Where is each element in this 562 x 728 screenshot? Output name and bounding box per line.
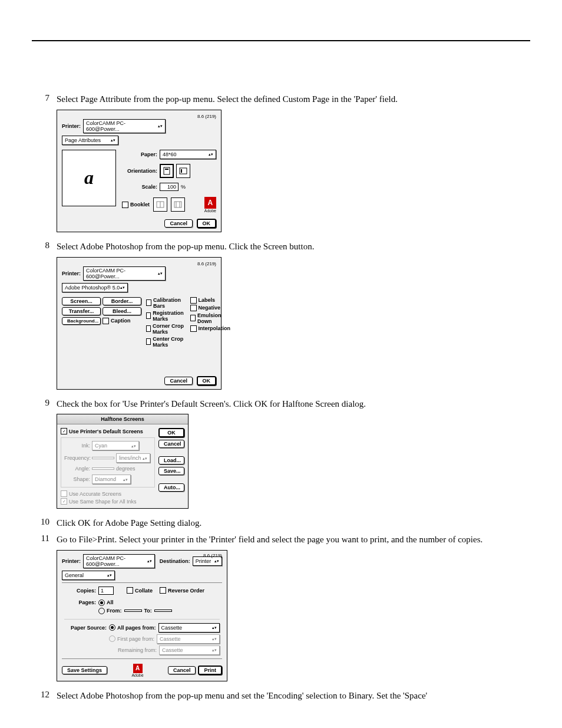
angle-label: Angle: bbox=[64, 466, 90, 472]
all-pages-from-radio[interactable]: All pages from: bbox=[109, 624, 156, 631]
save-settings-button[interactable]: Save Settings bbox=[62, 666, 107, 674]
all-pages-tray-select[interactable]: Cassette ▴▾ bbox=[158, 623, 220, 633]
booklet-layout-icon-2[interactable] bbox=[171, 197, 185, 212]
center-crop-marks-checkbox[interactable]: Center Crop Marks bbox=[146, 336, 186, 348]
shape-label: Shape: bbox=[64, 476, 90, 482]
page-top-rule bbox=[32, 40, 530, 41]
use-default-screens-checkbox[interactable]: ✓ Use Printer's Default Screens bbox=[61, 428, 143, 434]
border-button[interactable]: Border... bbox=[103, 297, 141, 305]
copies-input[interactable]: 1 bbox=[98, 587, 114, 595]
step-text: Select Adobe Photoshop from the pop-up m… bbox=[57, 690, 530, 703]
printer-select[interactable]: ColorCAMM PC-600@Power... ▴▾ bbox=[83, 119, 166, 133]
screen-button[interactable]: Screen... bbox=[62, 297, 101, 305]
pages-all-radio[interactable]: All bbox=[98, 599, 114, 606]
select-arrows-icon: ▴▾ bbox=[212, 637, 217, 641]
figure-photoshop-options-dialog: 8.6 (219) Printer: ColorCAMM PC-600@Powe… bbox=[57, 257, 530, 390]
calibration-bars-checkbox[interactable]: Calibration Bars bbox=[146, 297, 186, 309]
ink-label: Ink: bbox=[64, 443, 90, 449]
orientation-landscape-icon[interactable] bbox=[176, 164, 190, 178]
accurate-screens-checkbox: Use Accurate Screens bbox=[61, 490, 155, 497]
select-arrows-icon: ▴▾ bbox=[107, 573, 112, 577]
dialog-title: Halftone Screens bbox=[57, 414, 188, 424]
interpolation-checkbox[interactable]: Interpolation bbox=[190, 325, 231, 332]
preview-glyph: a bbox=[84, 167, 94, 189]
frequency-label: Frequency: bbox=[64, 455, 90, 461]
step-text: Select Page Attribute from the pop-up me… bbox=[57, 93, 530, 106]
pages-from-radio[interactable]: From: bbox=[98, 608, 122, 614]
printer-label: Printer: bbox=[62, 558, 81, 564]
paper-label: Paper: bbox=[122, 151, 157, 157]
svg-rect-3 bbox=[181, 169, 182, 173]
paper-source-label: Paper Source: bbox=[64, 625, 107, 631]
page-preview: a bbox=[62, 150, 116, 206]
step-text: Check the box for 'Use Printer's Default… bbox=[57, 398, 530, 411]
step-number: 11 bbox=[32, 533, 57, 546]
step-12: 12 Select Adobe Photoshop from the pop-u… bbox=[32, 690, 530, 703]
pages-label: Pages: bbox=[64, 599, 96, 605]
booklet-checkbox[interactable]: Booklet bbox=[122, 202, 150, 208]
cancel-button[interactable]: Cancel bbox=[164, 219, 193, 228]
printer-value: ColorCAMM PC-600@Power... bbox=[86, 268, 158, 279]
emulsion-down-checkbox[interactable]: Emulsion Down bbox=[190, 312, 231, 324]
step-text: Select Adobe Photoshop from the pop-up m… bbox=[57, 241, 530, 253]
svg-rect-0 bbox=[164, 167, 170, 174]
corner-crop-marks-checkbox[interactable]: Corner Crop Marks bbox=[146, 323, 186, 335]
frequency-input bbox=[92, 457, 114, 459]
orientation-portrait-icon[interactable] bbox=[160, 164, 174, 178]
save-button[interactable]: Save... bbox=[158, 467, 184, 475]
select-arrows-icon: ▴▾ bbox=[131, 444, 136, 448]
transfer-button[interactable]: Transfer... bbox=[62, 307, 101, 315]
negative-checkbox[interactable]: Negative bbox=[190, 305, 231, 311]
svg-rect-6 bbox=[174, 202, 181, 207]
first-page-from-radio[interactable]: First page from: bbox=[109, 635, 154, 642]
paper-select[interactable]: 48*60 ▴▾ bbox=[160, 150, 216, 159]
cancel-button[interactable]: Cancel bbox=[158, 440, 184, 448]
printer-select[interactable]: ColorCAMM PC-600@Power... ▴▾ bbox=[83, 554, 155, 568]
remaining-tray-select: Cassette ▴▾ bbox=[159, 645, 220, 655]
scale-input[interactable]: 100 bbox=[160, 183, 178, 191]
panel-select[interactable]: Adobe Photoshop® 5.0 ▴▾ bbox=[62, 283, 128, 292]
svg-rect-1 bbox=[165, 169, 168, 170]
step-7: 7 Select Page Attribute from the pop-up … bbox=[32, 93, 530, 106]
reverse-order-checkbox[interactable]: Reverse Order bbox=[160, 587, 204, 594]
figure-print-dialog: Printer: ColorCAMM PC-600@Power... ▴▾ De… bbox=[57, 550, 530, 681]
booklet-label: Booklet bbox=[130, 202, 150, 207]
scale-unit: % bbox=[181, 184, 186, 190]
select-arrows-icon: ▴▾ bbox=[158, 124, 163, 128]
to-input[interactable] bbox=[154, 610, 172, 612]
ok-button[interactable]: OK bbox=[197, 219, 217, 228]
auto-button[interactable]: Auto... bbox=[158, 483, 184, 492]
adobe-logo-icon: A bbox=[133, 664, 143, 673]
panel-value: Page Attributes bbox=[65, 137, 101, 143]
printer-select[interactable]: ColorCAMM PC-600@Power... ▴▾ bbox=[83, 266, 166, 281]
caption-checkbox[interactable]: Caption bbox=[103, 318, 131, 324]
booklet-layout-icon-1[interactable] bbox=[153, 197, 167, 212]
panel-select[interactable]: Page Attributes ▴▾ bbox=[62, 136, 118, 145]
adobe-logo-icon: A bbox=[204, 197, 216, 209]
step-text: Go to File>Print. Select your printer in… bbox=[57, 533, 530, 546]
select-arrows-icon: ▴▾ bbox=[212, 648, 217, 652]
ok-button[interactable]: OK bbox=[158, 428, 184, 437]
version-label: 8.6 (219) bbox=[62, 261, 216, 266]
print-button[interactable]: Print bbox=[198, 666, 222, 675]
figure-halftone-screens-dialog: Halftone Screens ✓ Use Printer's Default… bbox=[57, 414, 530, 509]
step-number: 10 bbox=[32, 517, 57, 530]
ink-select: Cyan ▴▾ bbox=[92, 441, 139, 450]
bleed-button[interactable]: Bleed... bbox=[103, 307, 141, 315]
first-page-tray-select: Cassette ▴▾ bbox=[157, 634, 220, 644]
orientation-label: Orientation: bbox=[122, 168, 157, 174]
labels-checkbox[interactable]: Labels bbox=[190, 297, 231, 304]
collate-checkbox[interactable]: Collate bbox=[127, 587, 153, 594]
ok-button[interactable]: OK bbox=[197, 376, 217, 386]
from-input[interactable] bbox=[124, 610, 142, 612]
panel-select[interactable]: General ▴▾ bbox=[62, 571, 115, 580]
adobe-caption: Adobe bbox=[204, 209, 216, 213]
step-8: 8 Select Adobe Photoshop from the pop-up… bbox=[32, 241, 530, 253]
load-button[interactable]: Load... bbox=[158, 456, 184, 465]
select-arrows-icon: ▴▾ bbox=[209, 152, 213, 156]
cancel-button[interactable]: Cancel bbox=[164, 377, 193, 385]
background-button[interactable]: Background... bbox=[62, 317, 101, 325]
version-label: 8.6 (219) bbox=[203, 553, 222, 558]
registration-marks-checkbox[interactable]: Registration Marks bbox=[146, 310, 186, 322]
cancel-button[interactable]: Cancel bbox=[168, 666, 196, 674]
